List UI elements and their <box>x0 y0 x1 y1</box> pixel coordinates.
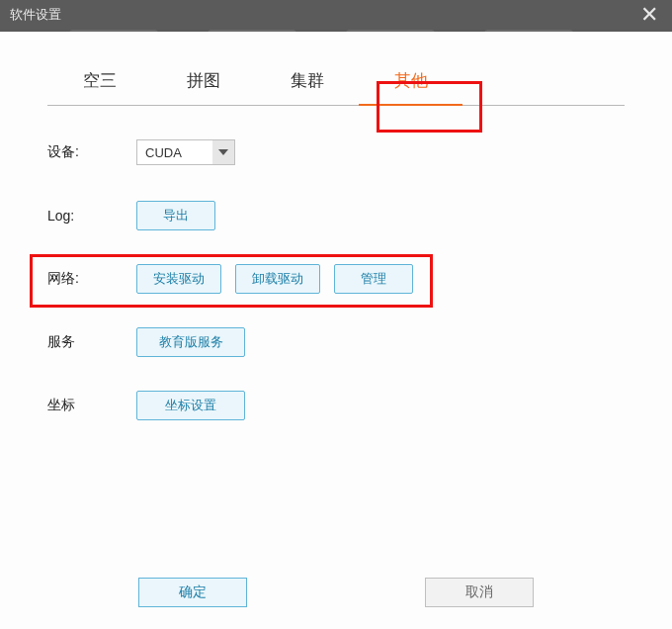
device-label: 设备: <box>47 143 136 161</box>
log-label: Log: <box>47 208 136 224</box>
coord-settings-button[interactable]: 坐标设置 <box>136 391 245 420</box>
tab-bar: 空三 拼图 集群 其他 <box>47 59 625 106</box>
row-log: Log: 导出 <box>47 197 625 234</box>
coord-label: 坐标 <box>47 397 136 414</box>
close-icon[interactable]: ✕ <box>636 4 662 26</box>
row-service: 服务 教育版服务 <box>47 323 625 361</box>
manage-network-button[interactable]: 管理 <box>334 264 413 294</box>
edu-service-button[interactable]: 教育版服务 <box>136 327 245 357</box>
chevron-down-icon <box>212 140 234 164</box>
title-bar: 软件设置 ✕ <box>0 0 672 30</box>
row-device: 设备: CUDA <box>47 134 625 171</box>
dialog-body: 空三 拼图 集群 其他 设备: CUDA Log: 导出 网络: 安装驱动 <box>0 32 672 629</box>
dialog-footer: 确定 取消 <box>0 578 672 607</box>
service-label: 服务 <box>47 333 136 351</box>
ok-button[interactable]: 确定 <box>138 578 247 607</box>
tab-pintu[interactable]: 拼图 <box>151 59 255 105</box>
row-network: 网络: 安装驱动 卸载驱动 管理 <box>47 260 625 298</box>
network-label: 网络: <box>47 270 136 288</box>
install-driver-button[interactable]: 安装驱动 <box>136 264 221 294</box>
window-title: 软件设置 <box>10 6 61 24</box>
tab-kongsan[interactable]: 空三 <box>47 59 151 105</box>
export-log-button[interactable]: 导出 <box>136 201 215 230</box>
row-coord: 坐标 坐标设置 <box>47 387 625 424</box>
uninstall-driver-button[interactable]: 卸载驱动 <box>235 264 320 294</box>
tab-jiqun[interactable]: 集群 <box>255 59 359 105</box>
device-select[interactable]: CUDA <box>136 139 235 165</box>
device-value: CUDA <box>145 145 182 160</box>
cancel-button[interactable]: 取消 <box>425 578 534 607</box>
tab-qita[interactable]: 其他 <box>359 59 462 106</box>
